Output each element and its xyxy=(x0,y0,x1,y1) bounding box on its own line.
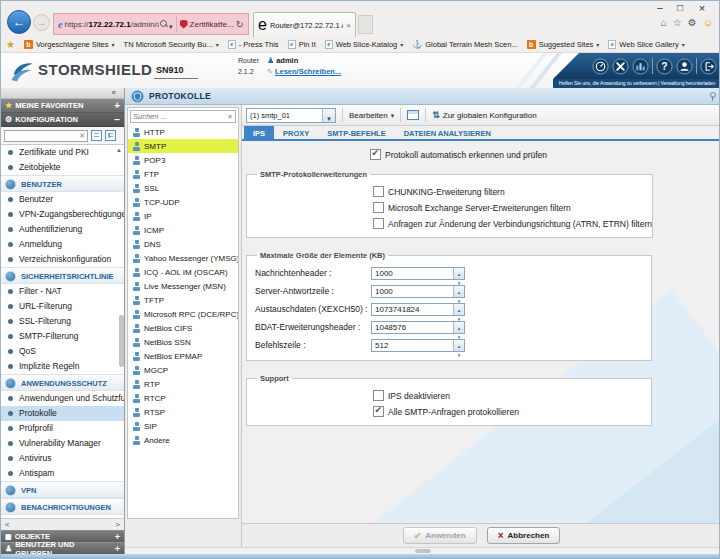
number-input[interactable]: 1073741824 xyxy=(371,303,465,316)
settings-gear-icon[interactable]: ⚙ xyxy=(688,17,697,28)
dashboard-gauge-icon[interactable] xyxy=(592,58,609,75)
sidebar-menu-item[interactable]: Anwendungen und Schutzfu xyxy=(1,391,124,406)
sidebar-menu-item[interactable]: Protokolle xyxy=(1,406,124,421)
spinner-buttons[interactable] xyxy=(453,286,464,297)
sidebar-collapse-button[interactable]: « xyxy=(1,88,124,99)
protocol-item[interactable]: SIP xyxy=(128,419,238,433)
spin-up-icon[interactable] xyxy=(454,268,464,277)
sidebar-menu-item[interactable]: Vulnerability Manager xyxy=(1,436,124,451)
clear-icon[interactable]: ✕ xyxy=(77,132,87,140)
minimize-button[interactable]: – xyxy=(653,2,667,13)
support-contact-icon[interactable] xyxy=(676,58,693,75)
number-input[interactable]: 1000 xyxy=(371,267,465,280)
favorites-icon[interactable]: ☆ xyxy=(673,17,682,28)
protocol-item[interactable]: Microsoft RPC (DCE/RPC) xyxy=(128,307,238,321)
sidebar-menu-item[interactable]: Implizite Regeln xyxy=(1,359,124,374)
checkbox[interactable] xyxy=(373,218,384,229)
reports-chart-icon[interactable] xyxy=(632,58,649,75)
sidebar-menu-item[interactable]: Antispam xyxy=(1,466,124,481)
help-icon[interactable]: ? xyxy=(656,58,673,75)
sidebar-menu-item[interactable]: Zertifikate und PKI xyxy=(1,145,124,160)
spin-up-icon[interactable] xyxy=(454,304,464,313)
sidebar-menu-item[interactable]: Zeitobjekte xyxy=(1,160,124,175)
protocol-item[interactable]: Live Messenger (MSN) xyxy=(128,279,238,293)
global-config-link[interactable]: ⇅ Zur globalen Konfiguration xyxy=(432,110,536,120)
refresh-icon[interactable]: ↻ xyxy=(236,19,244,30)
tree-view-icon[interactable] xyxy=(105,130,116,141)
tools-icon[interactable] xyxy=(612,58,629,75)
sidebar-menu-item[interactable]: Anmeldung xyxy=(1,237,124,252)
sidebar-menu-item[interactable]: BENUTZER xyxy=(1,175,124,192)
protocol-item[interactable]: RTP xyxy=(128,377,238,391)
protocol-item[interactable]: NetBios EPMAP xyxy=(128,349,238,363)
checkbox[interactable] xyxy=(370,149,381,160)
profile-select[interactable]: (1) smtp_01 xyxy=(246,108,336,123)
config-tab[interactable]: SMTP-BEFEHLE xyxy=(318,126,394,139)
browser-tab[interactable]: e Router@172.22.72.1 Admini... × xyxy=(253,12,356,37)
protocol-item[interactable]: NetBios SSN xyxy=(128,335,238,349)
cancel-button[interactable]: × Abbrechen xyxy=(487,527,561,544)
search-icon[interactable] xyxy=(160,20,168,28)
protocol-search[interactable]: ✕ xyxy=(130,110,236,123)
favorite-item[interactable]: TN Microsoft Security Bu... xyxy=(124,40,219,49)
edit-button[interactable]: Bearbeiten xyxy=(349,111,394,120)
expand-icon[interactable]: + xyxy=(115,532,120,542)
expand-icon[interactable]: + xyxy=(114,100,120,111)
expand-icon[interactable]: + xyxy=(115,544,120,554)
protocol-item[interactable]: IP xyxy=(128,209,238,223)
search-field[interactable] xyxy=(5,131,77,140)
number-input[interactable]: 1048576 xyxy=(371,321,465,334)
certificate-error-icon[interactable] xyxy=(180,20,188,29)
protocol-item[interactable]: MGCP xyxy=(128,363,238,377)
checkbox[interactable] xyxy=(373,186,384,197)
favorite-item[interactable]: Pin It xyxy=(288,40,316,49)
back-button[interactable]: ← xyxy=(7,10,31,34)
protocol-item[interactable]: DNS xyxy=(128,237,238,251)
sidebar-menu-item[interactable]: SSL-Filterung xyxy=(1,314,124,329)
maximize-button[interactable]: □ xyxy=(673,2,687,13)
protocol-item[interactable]: POP3 xyxy=(128,153,238,167)
sidebar-menu-item[interactable]: SICHERHEITSRICHTLINIE xyxy=(1,267,124,284)
clear-icon[interactable]: ✕ xyxy=(225,113,235,121)
help-links-strip[interactable]: Helfen Sie uns, die Anwendung zu verbess… xyxy=(553,79,720,88)
config-tab[interactable]: IPS xyxy=(244,126,274,139)
close-button[interactable]: × xyxy=(695,2,709,14)
chevron-down-icon[interactable] xyxy=(322,109,335,122)
checkbox[interactable] xyxy=(373,390,384,401)
spin-up-icon[interactable] xyxy=(454,322,464,331)
spinner-buttons[interactable] xyxy=(453,304,464,315)
favorite-item[interactable]: Suggested Sites xyxy=(527,40,600,49)
sidebar-menu-item[interactable]: BENACHRICHTIGUNGEN xyxy=(1,498,124,515)
new-tab-button[interactable] xyxy=(358,15,373,34)
spin-up-icon[interactable] xyxy=(454,286,464,295)
protocol-item[interactable]: TFTP xyxy=(128,293,238,307)
favorite-item[interactable]: Web Slice Gallery xyxy=(608,40,684,49)
sidebar-menu-item[interactable]: QoS xyxy=(1,344,124,359)
home-icon[interactable]: ⌂ xyxy=(661,17,667,28)
config-tab[interactable]: DATEIEN ANALYSIEREN xyxy=(395,126,500,139)
scrollbar-thumb[interactable] xyxy=(415,549,431,553)
sidebar-menu-item[interactable]: Authentifizierung xyxy=(1,222,124,237)
pin-icon[interactable] xyxy=(707,92,715,101)
favorite-item[interactable]: Global Terrain Mesh Scen... xyxy=(412,40,517,49)
protocol-item[interactable]: SMTP xyxy=(128,139,238,153)
protocol-item[interactable]: Yahoo Messenger (YMSG) xyxy=(128,251,238,265)
favorite-item[interactable]: Vorgeschlagene Sites xyxy=(24,40,115,49)
favorites-star-icon[interactable]: ★ xyxy=(6,39,15,50)
protocol-item[interactable]: ICQ - AOL IM (OSCAR) xyxy=(128,265,238,279)
protocol-item[interactable]: HTTP xyxy=(128,125,238,139)
sidebar-menu-item[interactable]: SMTP-Filterung xyxy=(1,329,124,344)
scroll-left-icon[interactable]: < xyxy=(5,520,10,529)
scroll-right-icon[interactable]: > xyxy=(115,520,120,529)
sidebar-menu-item[interactable]: Verzeichniskonfiguration xyxy=(1,252,124,267)
protocol-item[interactable]: SSL xyxy=(128,181,238,195)
protocol-item[interactable]: RTSP xyxy=(128,405,238,419)
forward-button[interactable]: → xyxy=(33,14,50,31)
protocol-item[interactable]: RTCP xyxy=(128,391,238,405)
sidebar-menu-item[interactable]: Benutzer xyxy=(1,192,124,207)
spinner-buttons[interactable] xyxy=(453,340,464,351)
logout-icon[interactable] xyxy=(700,58,717,75)
number-input[interactable]: 512 xyxy=(371,339,465,352)
window-icon[interactable] xyxy=(407,110,419,120)
spinner-buttons[interactable] xyxy=(453,268,464,279)
